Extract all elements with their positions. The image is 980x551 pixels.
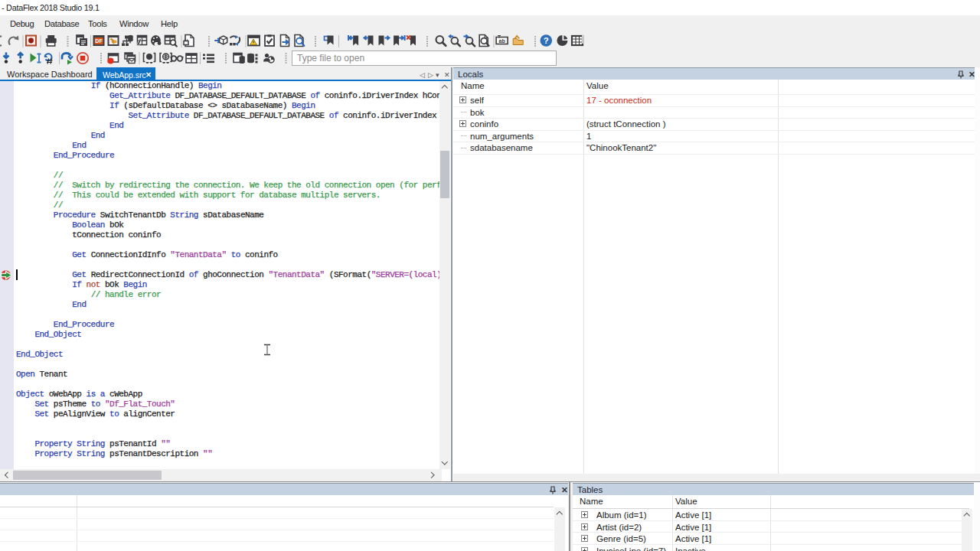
svg-text:DF: DF <box>95 38 103 44</box>
svg-text:ab: ab <box>499 38 505 44</box>
svg-text:?: ? <box>544 36 549 45</box>
